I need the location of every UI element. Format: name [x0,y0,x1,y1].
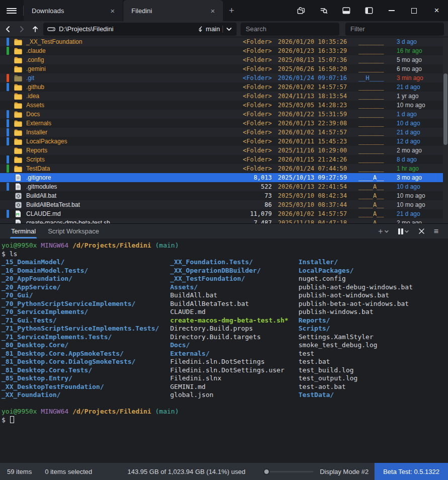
scrollbar-thumb[interactable] [443,73,447,145]
file-name: Installer [7,129,219,136]
search-list-icon [319,6,329,16]
items-selected: 0 items selected [45,468,92,475]
file-attributes: _______ [358,65,391,72]
file-row[interactable]: LocalPackages<Folder>2026/01/11 15:45:23… [0,137,448,146]
file-date: 2026/01/23 16:33:29 [278,47,352,54]
ls-entry: LocalPackages/ [298,267,447,275]
maximize-button[interactable] [403,0,425,21]
file-date: 2024/11/13 18:13:54 [278,93,352,100]
minimize-button[interactable] [380,0,403,21]
zoom-slider[interactable] [263,468,314,475]
toggle-split-view-button[interactable] [357,0,380,21]
file-size: <Folder> [226,138,272,145]
chevron-down-icon [404,229,409,234]
file-attributes: _______ [358,38,391,45]
close-window-button[interactable]: × [425,0,448,21]
file-size: 11,079 [226,210,272,217]
file-row[interactable]: .claude<Folder>2026/01/23 16:33:29______… [0,46,448,55]
file-attributes: _______ [358,165,391,172]
file-name: .github [7,84,219,91]
file-row[interactable]: CLAUDE.md11,0792026/01/02 14:57:57____A_… [0,209,448,218]
ls-entry: _81_Desktop.Core.DialogSmokeTests/ [2,358,170,366]
chevron-left-icon [4,25,12,33]
file-date: 2026/01/02 14:57:57 [278,210,352,217]
git-status-bar [7,38,9,46]
terminal-panel[interactable]: yoi@9950x MINGW64 /d/Projects/Filedini (… [0,238,448,463]
ls-entry: _85_Desktop.Entry/ [2,374,170,383]
terminal-tabbar-spacer [105,224,374,238]
tab-script-workspace[interactable]: Script Workspace [42,224,105,238]
terminal-menu-button[interactable]: ≡ [429,224,443,238]
new-terminal-button[interactable]: + [374,224,393,238]
up-button[interactable] [30,23,41,36]
search-input[interactable] [241,23,339,36]
ls-entry: publish-beta-aot-windows.bat [298,300,447,308]
close-icon[interactable]: × [207,6,218,16]
file-relative-time: 6 mo ago [397,65,441,72]
file-relative-time: 5 mo ago [397,56,441,63]
file-row[interactable]: .git<Folder>2026/01/24 09:07:16__H____3 … [0,73,448,83]
file-row[interactable]: BuildAllBetaTest.bat862025/03/10 08:37:4… [0,200,448,209]
prompt-env: MINGW64 [37,242,68,249]
git-status-bar [7,210,9,218]
file-row[interactable]: BuildAll.bat732025/03/10 08:42:34____A__… [0,191,448,200]
file-relative-time: 1 d ago [397,111,441,118]
file-row[interactable]: Installer<Folder>2026/01/02 14:57:57____… [0,128,448,137]
ls-column: _15_DomainModel/_16_DomainModel.Tests/_2… [2,258,170,399]
file-list: _XX_TestFoundation<Folder>2026/01/20 10:… [0,37,448,223]
doc-icon [14,174,22,181]
split-terminal-button[interactable] [394,224,414,238]
file-row[interactable]: .gemini<Folder>2025/06/26 16:50:20______… [0,64,448,73]
beta-version-badge[interactable]: Beta Test: 0.5.1322 [375,463,448,480]
ls-entry: Installer/ [298,258,447,267]
file-row[interactable]: .gitignore8,0132025/10/13 09:27:59____A_… [0,173,448,182]
new-tab-button[interactable]: + [223,0,240,21]
folder-icon [14,39,22,45]
file-row[interactable]: TestData<Folder>2026/01/24 07:44:50_____… [0,164,448,173]
file-row[interactable]: .gitmodules5222026/01/13 22:41:54____A__… [0,182,448,191]
file-attributes: _______ [358,156,391,163]
menu-icon: ≡ [434,227,438,236]
file-row[interactable]: create-macos-dmg-beta-test.sh7,4872025/1… [0,218,448,223]
forward-button[interactable] [16,23,27,36]
file-row[interactable]: .config<Folder>2025/08/13 15:07:36______… [0,55,448,64]
file-row[interactable]: Scripts<Folder>2026/01/15 21:24:26______… [0,155,448,164]
filter-input[interactable] [345,23,444,36]
hamburger-menu-button[interactable] [0,0,23,21]
tab-terminal[interactable]: Terminal [5,224,42,238]
doc-icon [14,183,22,190]
ls-entry: Filedini.sln.DotSettings.user [170,366,298,375]
prompt-user: yoi@9950x [2,242,37,249]
ls-entry: _71_ServiceImplements.Tests/ [2,333,170,342]
prompt-user: yoi@9950x [2,408,37,415]
chevron-down-icon[interactable] [226,26,233,33]
tab-filedini[interactable]: Filedini × [123,0,223,21]
file-name: BuildAll.bat [7,192,219,199]
close-terminal-button[interactable] [414,224,429,238]
file-size: <Folder> [226,156,272,163]
search-content-button[interactable] [312,0,335,21]
close-icon[interactable]: × [107,6,118,16]
file-attributes: ____A__ [358,192,391,199]
file-row[interactable]: Reports<Folder>2025/11/16 10:29:00______… [0,146,448,155]
file-rows: _XX_TestFoundation<Folder>2026/01/20 10:… [0,37,448,223]
file-row[interactable]: Externals<Folder>2026/01/13 22:39:08____… [0,119,448,128]
slider-knob[interactable] [263,468,270,475]
folder-icon [14,120,22,127]
ls-entry: create-macos-dmg-beta-test.sh* [170,316,298,325]
file-row[interactable]: .github<Folder>2026/01/02 14:57:57______… [0,83,448,92]
file-row[interactable]: Docs<Folder>2026/01/22 15:31:59_______1 … [0,110,448,119]
file-date: 2025/11/18 04:47:18 [278,219,352,223]
toggle-bottom-panel-button[interactable] [335,0,357,21]
scrollbar-track[interactable] [443,37,448,223]
folder-icon [14,66,22,72]
git-branch-control[interactable]: main [197,25,233,33]
duplicate-folder-button[interactable] [289,0,312,21]
file-row[interactable]: .idea<Folder>2024/11/13 18:13:54_______1… [0,92,448,101]
back-button[interactable] [2,23,14,36]
path-field[interactable]: D:\Projects\Filedini main [43,23,237,36]
file-row[interactable]: Assets<Folder>2025/03/05 14:28:23_______… [0,101,448,110]
file-row[interactable]: _XX_TestFoundation<Folder>2026/01/20 10:… [0,37,448,46]
file-relative-time: 10 mo ago [397,192,441,199]
tab-downloads[interactable]: Downloads × [24,0,123,21]
